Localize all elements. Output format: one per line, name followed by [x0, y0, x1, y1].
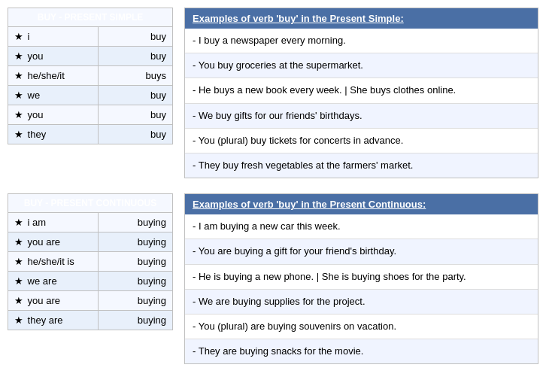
simple-examples-box: Examples of verb 'buy' in the Present Si… [184, 8, 538, 178]
example-row: - You (plural) buy tickets for concerts … [185, 129, 538, 153]
pronoun-cell: ★ we [8, 86, 99, 105]
pronoun-cell: ★ we are [8, 272, 99, 291]
table-row: ★ we buy [8, 86, 173, 105]
example-row: - You (plural) are buying souvenirs on v… [185, 315, 538, 339]
example-row: - You are buying a gift for your friend'… [185, 239, 538, 264]
pronoun-cell: ★ he/she/it is [8, 252, 99, 272]
pronoun-cell: ★ you [8, 105, 99, 125]
simple-conjugation-table: BUY - PRESENT SIMPLE ★ i buy ★ you buy ★… [8, 8, 173, 144]
verb-cell: buying [99, 252, 173, 272]
continuous-examples-list: - I am buying a new car this week.- You … [185, 214, 538, 363]
example-row: - You buy groceries at the supermarket. [185, 53, 538, 78]
table-row: ★ he/she/it is buying [8, 252, 173, 272]
verb-cell: buying [99, 272, 173, 291]
continuous-table-header: BUY - PRESENT CONTINUOUS [8, 194, 173, 213]
simple-examples-header: Examples of verb 'buy' in the Present Si… [185, 8, 538, 29]
example-row: - We are buying supplies for the project… [185, 290, 538, 315]
main-grid: BUY - PRESENT SIMPLE ★ i buy ★ you buy ★… [8, 8, 538, 364]
verb-cell: buy [99, 47, 173, 66]
table-row: ★ you buy [8, 47, 173, 66]
simple-table-header: BUY - PRESENT SIMPLE [8, 8, 173, 27]
simple-table-container: BUY - PRESENT SIMPLE ★ i buy ★ you buy ★… [8, 8, 173, 178]
verb-cell: buying [99, 232, 173, 252]
continuous-examples-box: Examples of verb 'buy' in the Present Co… [184, 193, 538, 364]
table-row: ★ i buy [8, 27, 173, 47]
pronoun-cell: ★ i am [8, 213, 99, 232]
pronoun-cell: ★ he/she/it [8, 66, 99, 86]
verb-cell: buy [99, 27, 173, 47]
pronoun-cell: ★ you [8, 47, 99, 66]
pronoun-cell: ★ you are [8, 232, 99, 252]
table-row: ★ you buy [8, 105, 173, 125]
table-row: ★ he/she/it buys [8, 66, 173, 86]
continuous-table-container: BUY - PRESENT CONTINUOUS ★ i am buying ★… [8, 193, 173, 364]
example-row: - He is buying a new phone. | She is buy… [185, 265, 538, 290]
verb-cell: buys [99, 66, 173, 86]
example-row: - They are buying snacks for the movie. [185, 339, 538, 363]
table-row: ★ i am buying [8, 213, 173, 232]
verb-cell: buy [99, 105, 173, 125]
example-row: - I buy a newspaper every morning. [185, 29, 538, 53]
pronoun-cell: ★ you are [8, 291, 99, 311]
table-row: ★ they are buying [8, 311, 173, 330]
table-row: ★ you are buying [8, 232, 173, 252]
verb-cell: buy [99, 86, 173, 105]
verb-cell: buy [99, 125, 173, 144]
table-row: ★ you are buying [8, 291, 173, 311]
verb-cell: buying [99, 213, 173, 232]
verb-cell: buying [99, 291, 173, 311]
verb-cell: buying [99, 311, 173, 330]
example-row: - They buy fresh vegetables at the farme… [185, 153, 538, 178]
example-row: - We buy gifts for our friends' birthday… [185, 104, 538, 129]
simple-examples-list: - I buy a newspaper every morning.- You … [185, 29, 538, 178]
pronoun-cell: ★ they are [8, 311, 99, 330]
example-row: - I am buying a new car this week. [185, 214, 538, 239]
table-row: ★ we are buying [8, 272, 173, 291]
continuous-examples-header: Examples of verb 'buy' in the Present Co… [185, 194, 538, 214]
pronoun-cell: ★ i [8, 27, 99, 47]
continuous-conjugation-table: BUY - PRESENT CONTINUOUS ★ i am buying ★… [8, 193, 173, 330]
example-row: - He buys a new book every week. | She b… [185, 78, 538, 103]
table-row: ★ they buy [8, 125, 173, 144]
pronoun-cell: ★ they [8, 125, 99, 144]
